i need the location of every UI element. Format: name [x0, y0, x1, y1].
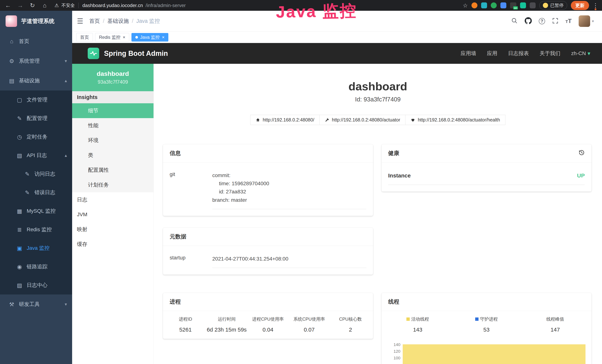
- sidebar-item-infrastructure[interactable]: ▤ 基础设施 ▴: [0, 71, 72, 90]
- health-url-link[interactable]: http://192.168.0.2:48080/actuator/health: [405, 115, 505, 125]
- locale-selector[interactable]: zh-CN ▾: [571, 50, 590, 56]
- sba-menu-scheduled-tasks[interactable]: 计划任务: [72, 177, 153, 192]
- sidebar-item-home[interactable]: ⌂ 首页: [0, 32, 72, 51]
- log-icon: ✎: [23, 189, 31, 196]
- sidebar-item-dev-tools[interactable]: ⚒ 研发工具 ▾: [0, 294, 72, 314]
- extension-icon[interactable]: [491, 2, 497, 8]
- sba-menu-config-props[interactable]: 配置属性: [72, 163, 153, 177]
- process-card: 进程 进程ID 5261 运行时间 6d 23h 15m 59s 进程CPU使用…: [163, 293, 373, 339]
- stat-live-threads: 活动线程 143: [383, 316, 452, 333]
- service-url-link[interactable]: http://192.168.0.2:48080/: [250, 115, 320, 125]
- sba-menu-environment[interactable]: 环境: [72, 133, 153, 148]
- back-button[interactable]: ←: [4, 2, 12, 9]
- health-instance-row: Instance UP: [388, 166, 585, 185]
- sidebar-item-label: 访问日志: [34, 171, 55, 177]
- instance-label: Instance: [388, 172, 411, 179]
- sba-nav-applications[interactable]: 应用: [487, 50, 497, 57]
- emoji-face-icon: [543, 3, 548, 8]
- sidebar-item-config-management[interactable]: ✎ 配置管理: [0, 109, 72, 128]
- sidebar-item-label: 链路追踪: [27, 263, 47, 270]
- sba-menu-logs[interactable]: 日志: [72, 192, 153, 207]
- fullscreen-icon[interactable]: [552, 18, 559, 25]
- bookmark-star-icon[interactable]: ☆: [463, 2, 468, 9]
- browser-update-button[interactable]: 更新: [571, 1, 589, 10]
- sidebar-item-access-log[interactable]: ✎ 访问日志: [0, 165, 72, 183]
- close-icon[interactable]: ×: [162, 35, 164, 40]
- sidebar-item-label: Redis 监控: [27, 226, 52, 233]
- url-divider: [78, 3, 79, 8]
- sidebar-item-file-management[interactable]: ▢ 文件管理: [0, 90, 72, 109]
- extension-icon[interactable]: [500, 2, 506, 8]
- sba-nav-wallboard[interactable]: 应用墙: [461, 50, 476, 57]
- instance-name: dashboard: [97, 70, 129, 77]
- extension-puzzle-icon[interactable]: [530, 2, 536, 8]
- sidebar-item-java-monitor[interactable]: ▣ Java 监控: [0, 239, 72, 257]
- sidebar-item-label: Java 监控: [27, 245, 50, 252]
- extension-icon[interactable]: [481, 2, 487, 8]
- gear-icon: ⚙: [8, 58, 16, 64]
- tab-home[interactable]: 首页: [76, 33, 93, 42]
- sidebar-item-mysql-monitor[interactable]: ▦ MySQL 监控: [0, 202, 72, 220]
- security-warning-label[interactable]: 不安全: [61, 2, 75, 8]
- log-icon: ✎: [23, 171, 31, 177]
- user-menu[interactable]: ▾: [579, 15, 594, 27]
- security-warning-icon[interactable]: ⚠: [54, 3, 59, 8]
- sba-nav-about[interactable]: 关于我们: [540, 50, 560, 57]
- stat-daemon-threads: 守护进程 53: [452, 316, 521, 333]
- reload-button[interactable]: ↻: [28, 2, 37, 9]
- sba-main-content: dashboard Id: 93a3fc7f7409 http://192.16…: [154, 64, 602, 364]
- search-icon[interactable]: [511, 18, 518, 25]
- browser-home-button[interactable]: ⌂: [40, 2, 49, 9]
- stat-cpu-cores: CPU核心数 2: [330, 316, 371, 333]
- stat-process-cpu: 进程CPU使用率 0.04: [247, 316, 289, 333]
- sba-nav-journal[interactable]: 日志报表: [508, 50, 529, 57]
- sidebar-item-log-center[interactable]: ▨ 日志中心: [0, 276, 72, 294]
- app-sidebar: 芋道管理系统 ⌂ 首页 ⚙ 系统管理 ▾ ▤ 基础设施 ▴ ▢ 文件管理 ✎ 配…: [0, 11, 72, 364]
- extension-icon[interactable]: [472, 2, 477, 8]
- actuator-url-link[interactable]: http://192.168.0.2:48080/actuator: [320, 115, 406, 125]
- tab-redis-monitor[interactable]: Redis 监控 ×: [95, 33, 129, 42]
- extension-icon[interactable]: on: [510, 2, 516, 8]
- card-title: 健康: [388, 150, 399, 157]
- browser-actions: ☆ on 已暂停 更新 ⋮: [463, 1, 598, 10]
- app-logo-row[interactable]: 芋道管理系统: [0, 11, 72, 32]
- github-icon[interactable]: [525, 17, 532, 25]
- card-title: 信息: [163, 144, 373, 162]
- sba-menu-metrics[interactable]: 性能: [72, 118, 153, 133]
- sidebar-item-error-log[interactable]: ✎ 错误日志: [0, 183, 72, 202]
- tools-icon: ⚒: [8, 301, 16, 308]
- breadcrumb-item[interactable]: 基础设施: [107, 17, 129, 25]
- sba-menu-mappings[interactable]: 映射: [72, 222, 153, 237]
- page-title: dashboard: [154, 80, 602, 93]
- sidebar-item-scheduled-tasks[interactable]: ◷ 定时任务: [0, 128, 72, 146]
- app-sidebar-menu: ⌂ 首页 ⚙ 系统管理 ▾ ▤ 基础设施 ▴ ▢ 文件管理 ✎ 配置管理 ◷ 定…: [0, 32, 72, 314]
- sidebar-item-api-log[interactable]: ▧ API 日志 ▴: [0, 146, 72, 165]
- font-size-icon[interactable]: TT: [566, 18, 572, 24]
- close-icon[interactable]: ×: [123, 35, 125, 40]
- sidebar-item-label: 错误日志: [34, 189, 55, 196]
- sba-brand-title[interactable]: Spring Boot Admin: [104, 50, 168, 57]
- tab-java-monitor[interactable]: Java 监控 ×: [131, 33, 168, 42]
- legend-swatch-blue: [475, 317, 479, 321]
- profile-paused-badge[interactable]: 已暂停: [539, 1, 567, 10]
- tab-label: Java 监控: [140, 34, 160, 40]
- sba-menu-jvm[interactable]: JVM: [72, 207, 153, 222]
- instance-header[interactable]: dashboard 93a3fc7f7409: [72, 64, 153, 91]
- help-icon[interactable]: ?: [539, 18, 545, 24]
- eye-icon: ◉: [16, 264, 23, 270]
- browser-menu-icon[interactable]: ⋮: [593, 2, 598, 9]
- address-bar[interactable]: ⚠ 不安全 dashboard.yudao.iocoder.cn/infra/a…: [54, 2, 459, 8]
- sidebar-item-trace[interactable]: ◉ 链路追踪: [0, 257, 72, 276]
- heart-icon: [411, 118, 415, 122]
- forward-button[interactable]: →: [16, 2, 24, 9]
- sba-menu-details[interactable]: 细节: [72, 103, 153, 118]
- sba-menu-caches[interactable]: 缓存: [72, 237, 153, 252]
- threads-stats: 活动线程 143 守护进程 53 线程峰值 147: [383, 311, 590, 339]
- breadcrumb-item[interactable]: 首页: [89, 17, 100, 25]
- extension-icon[interactable]: [520, 2, 526, 8]
- sba-menu-classes[interactable]: 类: [72, 148, 153, 163]
- history-icon[interactable]: [579, 150, 585, 157]
- sidebar-item-redis-monitor[interactable]: ≣ Redis 监控: [0, 220, 72, 239]
- sidebar-item-system-management[interactable]: ⚙ 系统管理 ▾: [0, 51, 72, 71]
- hamburger-icon[interactable]: ☰: [77, 17, 83, 25]
